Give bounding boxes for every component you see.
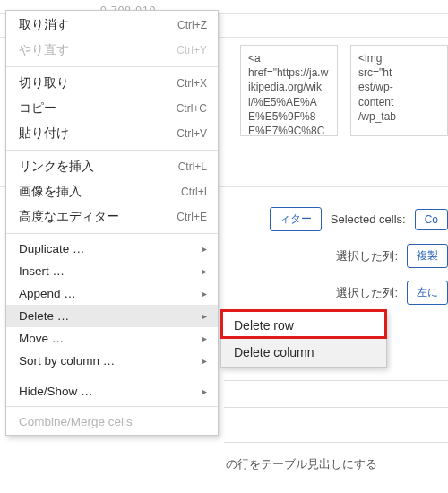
selected-col-label-2: 選択した列: xyxy=(336,285,398,301)
menu-sort-label: Sort by column … xyxy=(19,354,115,368)
menu-duplicate-label: Duplicate … xyxy=(19,242,85,255)
selected-col-label-1: 選択した列: xyxy=(336,248,398,264)
selected-cells-label: Selected cells: xyxy=(331,212,406,226)
menu-undo[interactable]: 取り消す Ctrl+Z xyxy=(6,13,218,38)
menu-delete-label: Delete … xyxy=(19,309,69,323)
menu-separator xyxy=(6,233,218,234)
bg-cell-1[interactable]: <a href="https://ja.wikipedia.org/wiki/%… xyxy=(240,45,338,136)
submenu-arrow-icon: ▸ xyxy=(202,289,207,298)
delete-submenu[interactable]: Delete row Delete column xyxy=(220,310,387,368)
menu-paste-label: 貼り付け xyxy=(19,125,69,142)
menu-adv-shortcut: Ctrl+E xyxy=(177,211,207,223)
menu-separator xyxy=(6,376,218,376)
menu-undo-label: 取り消す xyxy=(19,17,69,33)
submenu-arrow-icon: ▸ xyxy=(202,333,207,343)
selected-cells-button[interactable]: Co xyxy=(415,209,448,230)
bg-right-controls: ィター Selected cells: Co 選択した列: 複製 選択した列: … xyxy=(233,201,448,311)
menu-insert-label: Insert … xyxy=(19,264,65,278)
menu-combine-label: Combine/Merge cells xyxy=(19,415,133,428)
menu-copy[interactable]: コピー Ctrl+C xyxy=(6,96,218,121)
menu-copy-label: コピー xyxy=(19,100,56,117)
menu-hide-label: Hide/Show … xyxy=(19,385,93,398)
menu-duplicate[interactable]: Duplicate … ▸ xyxy=(6,238,218,260)
menu-append[interactable]: Append … ▸ xyxy=(6,282,218,305)
menu-cut-shortcut: Ctrl+X xyxy=(177,77,207,90)
menu-redo: やり直す Ctrl+Y xyxy=(6,38,218,63)
bg-cell-2[interactable]: <img src="ht est/wp- content /wp_tab xyxy=(350,45,448,136)
menu-insert-image[interactable]: 画像を挿入 Ctrl+I xyxy=(6,179,218,204)
submenu-arrow-icon: ▸ xyxy=(202,266,207,276)
menu-adv-label: 高度なエディター xyxy=(19,209,119,225)
menu-paste-shortcut: Ctrl+V xyxy=(177,127,207,140)
col-duplicate-button[interactable]: 複製 xyxy=(407,244,448,268)
menu-redo-shortcut: Ctrl+Y xyxy=(177,44,207,56)
submenu-delete-column[interactable]: Delete column xyxy=(221,339,386,366)
menu-combine-merge: Combine/Merge cells xyxy=(6,411,218,433)
menu-link-label: リンクを挿入 xyxy=(19,159,94,175)
menu-paste[interactable]: 貼り付け Ctrl+V xyxy=(6,121,218,146)
menu-cut-label: 切り取り xyxy=(19,75,69,91)
menu-move[interactable]: Move … ▸ xyxy=(6,327,218,350)
menu-append-label: Append … xyxy=(19,287,76,300)
submenu-arrow-icon: ▸ xyxy=(202,386,207,396)
context-menu[interactable]: 取り消す Ctrl+Z やり直す Ctrl+Y 切り取り Ctrl+X コピー … xyxy=(5,10,219,436)
bg-footer-text: の行をテーブル見出しにする xyxy=(226,456,377,472)
menu-move-label: Move … xyxy=(19,332,64,345)
col-left-button[interactable]: 左に xyxy=(407,281,448,305)
submenu-arrow-icon: ▸ xyxy=(202,244,207,254)
menu-undo-shortcut: Ctrl+Z xyxy=(177,19,207,31)
menu-copy-shortcut: Ctrl+C xyxy=(177,102,207,115)
editor-button[interactable]: ィター xyxy=(270,207,322,231)
menu-separator xyxy=(6,66,218,67)
menu-link-shortcut: Ctrl+L xyxy=(178,160,207,173)
menu-advanced-editor[interactable]: 高度なエディター Ctrl+E xyxy=(6,204,218,229)
menu-image-shortcut: Ctrl+I xyxy=(181,186,207,198)
menu-delete[interactable]: Delete … ▸ xyxy=(6,305,218,327)
bg-cell-row: <a href="https://ja.wikipedia.org/wiki/%… xyxy=(240,45,448,136)
menu-cut[interactable]: 切り取り Ctrl+X xyxy=(6,71,218,96)
submenu-delete-row[interactable]: Delete row xyxy=(221,312,386,339)
submenu-arrow-icon: ▸ xyxy=(202,356,207,366)
menu-sort[interactable]: Sort by column … ▸ xyxy=(6,350,218,372)
menu-redo-label: やり直す xyxy=(19,42,69,58)
submenu-arrow-icon: ▸ xyxy=(202,311,207,321)
menu-hide-show[interactable]: Hide/Show … ▸ xyxy=(6,380,218,402)
menu-insert-link[interactable]: リンクを挿入 Ctrl+L xyxy=(6,154,218,179)
menu-insert[interactable]: Insert … ▸ xyxy=(6,260,218,282)
menu-separator xyxy=(6,406,218,407)
menu-image-label: 画像を挿入 xyxy=(19,184,82,200)
menu-separator xyxy=(6,150,218,151)
